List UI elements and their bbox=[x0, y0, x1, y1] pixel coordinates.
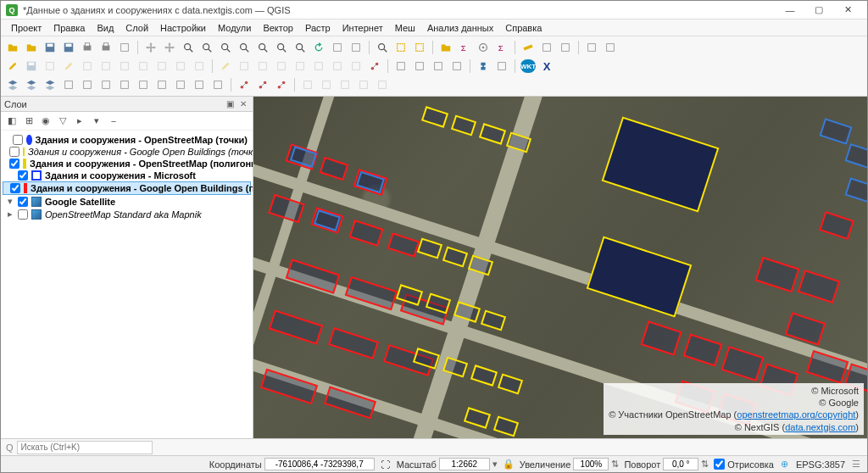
plugin-d-icon[interactable] bbox=[448, 58, 465, 75]
minimize-button[interactable]: — bbox=[776, 2, 804, 19]
new-project-icon[interactable] bbox=[4, 39, 21, 56]
pan-selection-icon[interactable] bbox=[161, 39, 178, 56]
attr-link[interactable]: data.nextgis.com bbox=[785, 422, 855, 432]
wms-icon[interactable] bbox=[116, 76, 133, 93]
python-icon[interactable] bbox=[475, 58, 492, 75]
menu-mesh[interactable]: Меш bbox=[390, 21, 420, 35]
edit-icon[interactable] bbox=[4, 58, 21, 75]
layer-remove-icon[interactable]: − bbox=[106, 114, 121, 129]
scale-input[interactable] bbox=[439, 458, 490, 470]
layers-panel-undock-icon[interactable]: ▣ bbox=[224, 98, 236, 110]
wfs-icon[interactable] bbox=[135, 76, 152, 93]
layer-filter-icon[interactable]: ▽ bbox=[55, 114, 70, 129]
menu-view[interactable]: Вид bbox=[92, 21, 119, 35]
delete-feature-icon[interactable] bbox=[97, 58, 114, 75]
zoom-in-icon[interactable] bbox=[180, 39, 197, 56]
print-icon[interactable] bbox=[79, 39, 96, 56]
csv-icon[interactable] bbox=[191, 76, 208, 93]
pan-icon[interactable] bbox=[142, 39, 159, 56]
layers-panel-close-icon[interactable]: ✕ bbox=[237, 98, 249, 110]
bookmarks-icon[interactable] bbox=[538, 39, 555, 56]
toolbox-icon[interactable] bbox=[475, 39, 492, 56]
copy-icon[interactable] bbox=[135, 58, 152, 75]
redo-icon[interactable] bbox=[191, 58, 208, 75]
open-icon[interactable] bbox=[23, 39, 40, 56]
chevron-down-icon[interactable]: ▾ bbox=[492, 459, 498, 470]
locator-input[interactable] bbox=[17, 441, 153, 454]
digitize-icon[interactable] bbox=[217, 58, 234, 75]
xyz-icon[interactable] bbox=[153, 76, 170, 93]
terminal-icon[interactable] bbox=[493, 58, 510, 75]
identify-icon[interactable] bbox=[374, 39, 391, 56]
show-labels-icon[interactable] bbox=[602, 39, 619, 56]
gpkg-icon[interactable] bbox=[209, 76, 226, 93]
coord-input[interactable] bbox=[264, 458, 375, 470]
advanced-c-icon[interactable] bbox=[337, 76, 353, 93]
reshape-icon[interactable] bbox=[236, 58, 253, 75]
close-button[interactable]: ✕ bbox=[833, 2, 862, 19]
stepper-icon[interactable]: ⇅ bbox=[611, 459, 619, 470]
zoom-out-icon[interactable] bbox=[198, 39, 215, 56]
refresh-icon[interactable] bbox=[310, 39, 327, 56]
statistics-icon[interactable]: Σ bbox=[493, 39, 510, 56]
layer-collapse-icon[interactable]: ▾ bbox=[89, 114, 104, 129]
select-icon[interactable] bbox=[392, 39, 409, 56]
attr-link[interactable]: openstreetmap.org/copyright bbox=[737, 409, 855, 420]
snap-icon[interactable] bbox=[366, 58, 383, 75]
osm-icon[interactable]: X bbox=[538, 58, 555, 75]
measure-icon[interactable] bbox=[520, 39, 537, 56]
plugin-a-icon[interactable] bbox=[392, 58, 409, 75]
delim-icon[interactable] bbox=[60, 76, 77, 93]
deselect-icon[interactable] bbox=[411, 39, 428, 56]
crs-label[interactable]: EPSG:3857 bbox=[796, 459, 845, 470]
split-icon[interactable] bbox=[254, 58, 271, 75]
expand-icon[interactable]: ▾ bbox=[6, 196, 14, 207]
zoom-next-icon[interactable] bbox=[292, 39, 309, 56]
text-annotation-icon[interactable] bbox=[557, 39, 574, 56]
new-3d-view-icon[interactable] bbox=[348, 39, 364, 56]
layer-visibility-checkbox[interactable] bbox=[18, 170, 28, 181]
mesh-layer-icon[interactable] bbox=[42, 76, 58, 93]
menu-layer[interactable]: Слой bbox=[120, 21, 153, 35]
zoom-full-icon[interactable] bbox=[217, 39, 234, 56]
messages-icon[interactable]: ☰ bbox=[850, 459, 862, 470]
raster-layer-icon[interactable] bbox=[23, 76, 40, 93]
tracing-icon[interactable] bbox=[273, 76, 290, 93]
layer-add-group-icon[interactable]: ⊞ bbox=[21, 114, 36, 129]
layer-visibility-checkbox[interactable] bbox=[18, 209, 28, 220]
layer-item[interactable]: Здания и сооружения - Google Open Buildi… bbox=[3, 146, 251, 158]
topo-icon[interactable] bbox=[254, 76, 271, 93]
rotate-icon[interactable] bbox=[292, 58, 309, 75]
open-table-icon[interactable] bbox=[437, 39, 454, 56]
plugin-c-icon[interactable] bbox=[430, 58, 447, 75]
add-feature-icon[interactable] bbox=[42, 58, 58, 75]
paste-icon[interactable] bbox=[153, 58, 170, 75]
menu-help[interactable]: Справка bbox=[500, 21, 547, 35]
move-feature-icon[interactable] bbox=[79, 58, 96, 75]
undo-icon[interactable] bbox=[172, 58, 189, 75]
advanced-d-icon[interactable] bbox=[355, 76, 372, 93]
menu-web[interactable]: Интернет bbox=[337, 21, 388, 35]
vertex-tool-icon[interactable] bbox=[60, 58, 77, 75]
layer-visibility-checkbox[interactable] bbox=[9, 147, 19, 157]
expand-icon[interactable]: ▸ bbox=[6, 209, 14, 220]
v-layer-icon[interactable] bbox=[4, 76, 21, 93]
save-as-icon[interactable] bbox=[60, 39, 77, 56]
save-edits-icon[interactable] bbox=[23, 58, 40, 75]
zoom-selection-icon[interactable] bbox=[236, 39, 253, 56]
layer-visibility-checkbox[interactable] bbox=[9, 159, 19, 169]
save-icon[interactable] bbox=[42, 39, 58, 56]
simplify-icon[interactable] bbox=[310, 58, 327, 75]
style-manager-icon[interactable] bbox=[116, 39, 133, 56]
wkt-icon[interactable]: WKT bbox=[520, 58, 537, 75]
trace-icon[interactable] bbox=[348, 58, 364, 75]
layer-style-icon[interactable]: ◧ bbox=[4, 114, 19, 129]
postgis-icon[interactable] bbox=[97, 76, 114, 93]
layer-item[interactable]: Здания и сооружения - OpenStreetMap (пол… bbox=[3, 158, 251, 170]
stepper-icon[interactable]: ⇅ bbox=[701, 459, 709, 470]
layer-item[interactable]: ▾Google Satellite bbox=[3, 195, 251, 208]
extents-icon[interactable]: ⛶ bbox=[380, 459, 392, 470]
lock-icon[interactable]: 🔒 bbox=[503, 459, 515, 470]
menu-settings[interactable]: Настройки bbox=[155, 21, 211, 35]
cut-icon[interactable] bbox=[116, 58, 133, 75]
